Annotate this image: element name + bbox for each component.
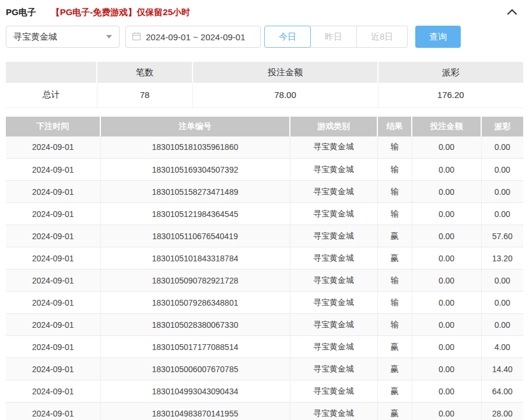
table-row: 2024-09-011830105028380067330寻宝黄金城输0.000… bbox=[6, 314, 523, 336]
game-type-cell: 寻宝黄金城 bbox=[290, 402, 377, 420]
filter-bar: 寻宝黄金城 2024-09-01 ~ 2024-09-01 今日 昨日 近8日 … bbox=[6, 26, 523, 48]
collapse-panel-button[interactable] bbox=[505, 5, 520, 20]
payout-cell: 0.00 bbox=[481, 270, 523, 292]
order-id-cell: 1830105121984364545 bbox=[100, 203, 290, 225]
table-row: 2024-09-011830105090782921728寻宝黄金城输0.000… bbox=[6, 270, 523, 292]
result-cell: 输 bbox=[377, 314, 412, 336]
bet-time-cell: 2024-09-01 bbox=[6, 270, 100, 292]
bet-time-cell: 2024-09-01 bbox=[6, 203, 100, 225]
payout-cell: 0.00 bbox=[481, 292, 523, 314]
bet-table-header-row: 下注时间 注单编号 游戏类别 结果 投注金额 派彩 bbox=[6, 117, 523, 136]
result-cell: 赢 bbox=[377, 402, 412, 420]
payout-cell: 14.40 bbox=[481, 358, 523, 380]
order-id-cell: 1830105017177088514 bbox=[100, 336, 290, 358]
summary-total-bet-amount: 78.00 bbox=[192, 83, 378, 107]
result-cell: 赢 bbox=[377, 247, 412, 270]
summary-table: 笔数 投注金额 派彩 总计 78 78.00 176.20 bbox=[6, 62, 523, 108]
bet-time-cell: 2024-09-01 bbox=[6, 136, 100, 159]
header-bet-time: 下注时间 bbox=[6, 117, 100, 136]
bet-amount-cell: 0.00 bbox=[412, 336, 481, 358]
payout-cell: 0.00 bbox=[481, 136, 523, 159]
today-button[interactable]: 今日 bbox=[264, 26, 311, 48]
game-type-cell: 寻宝黄金城 bbox=[290, 181, 377, 203]
order-id-cell: 1830104983870141955 bbox=[100, 402, 290, 420]
result-cell: 输 bbox=[377, 159, 412, 181]
header-result: 结果 bbox=[377, 117, 412, 136]
game-type-cell: 寻宝黄金城 bbox=[290, 203, 377, 225]
bet-amount-cell: 0.00 bbox=[412, 380, 481, 402]
table-row: 2024-09-011830105079286348801寻宝黄金城输0.000… bbox=[6, 292, 523, 314]
table-row: 2024-09-011830105158273471489寻宝黄金城输0.000… bbox=[6, 181, 523, 203]
payout-cell: 28.00 bbox=[481, 402, 523, 420]
bet-table-body: 2024-09-011830105181035961860寻宝黄金城输0.000… bbox=[6, 136, 523, 420]
summary-header-payout: 派彩 bbox=[378, 62, 523, 83]
bet-amount-cell: 0.00 bbox=[412, 181, 481, 203]
date-range-input[interactable]: 2024-09-01 ~ 2024-09-01 bbox=[125, 26, 261, 48]
summary-header-bet-amount: 投注金额 bbox=[192, 62, 378, 83]
summary-total-label: 总计 bbox=[6, 83, 97, 107]
result-cell: 赢 bbox=[377, 225, 412, 247]
bet-time-cell: 2024-09-01 bbox=[6, 159, 100, 181]
payout-cell: 13.20 bbox=[481, 247, 523, 270]
bet-records-table: 下注时间 注单编号 游戏类别 结果 投注金额 派彩 2024-09-011830… bbox=[6, 117, 523, 420]
order-id-cell: 1830105158273471489 bbox=[100, 181, 290, 203]
summary-total-payout: 176.20 bbox=[378, 83, 523, 107]
table-row: 2024-09-011830104993043090434寻宝黄金城赢0.006… bbox=[6, 380, 523, 402]
order-id-cell: 1830105028380067330 bbox=[100, 314, 290, 336]
table-row: 2024-09-011830105181035961860寻宝黄金城输0.000… bbox=[6, 136, 523, 159]
result-cell: 输 bbox=[377, 203, 412, 225]
bet-amount-cell: 0.00 bbox=[412, 358, 481, 380]
table-row: 2024-09-011830105169304507392寻宝黄金城输0.000… bbox=[6, 159, 523, 181]
payout-cell: 0.00 bbox=[481, 159, 523, 181]
order-id-cell: 1830105079286348801 bbox=[100, 292, 290, 314]
bet-amount-cell: 0.00 bbox=[412, 270, 481, 292]
yesterday-button[interactable]: 昨日 bbox=[310, 26, 357, 48]
search-button[interactable]: 查询 bbox=[415, 26, 461, 48]
table-row: 2024-09-011830105017177088514寻宝黄金城赢0.004… bbox=[6, 336, 523, 358]
game-type-cell: 寻宝黄金城 bbox=[290, 247, 377, 270]
result-cell: 赢 bbox=[377, 358, 412, 380]
bet-amount-cell: 0.00 bbox=[412, 292, 481, 314]
bet-records-panel: PG电子 【PG电子-免费游戏】仅保留25小时 寻宝黄金城 2024-09-01… bbox=[0, 0, 529, 420]
bet-amount-cell: 0.00 bbox=[412, 203, 481, 225]
header-game-type: 游戏类别 bbox=[290, 117, 377, 136]
bet-amount-cell: 0.00 bbox=[412, 136, 481, 159]
panel-header: PG电子 【PG电子-免费游戏】仅保留25小时 bbox=[6, 0, 523, 18]
table-row: 2024-09-011830104983870141955寻宝黄金城赢0.002… bbox=[6, 402, 523, 420]
bet-time-cell: 2024-09-01 bbox=[6, 358, 100, 380]
order-id-cell: 1830105101843318784 bbox=[100, 247, 290, 270]
game-type-cell: 寻宝黄金城 bbox=[290, 159, 377, 181]
bet-amount-cell: 0.00 bbox=[412, 225, 481, 247]
last-8-days-button[interactable]: 近8日 bbox=[356, 26, 408, 48]
table-row: 2024-09-011830105006007670785寻宝黄金城赢0.001… bbox=[6, 358, 523, 380]
bet-time-cell: 2024-09-01 bbox=[6, 336, 100, 358]
result-cell: 输 bbox=[377, 181, 412, 203]
payout-cell: 4.00 bbox=[481, 336, 523, 358]
game-type-cell: 寻宝黄金城 bbox=[290, 358, 377, 380]
result-cell: 输 bbox=[377, 292, 412, 314]
summary-total-count: 78 bbox=[97, 83, 192, 107]
game-select-value: 寻宝黄金城 bbox=[13, 32, 106, 43]
order-id-cell: 1830105110676540419 bbox=[100, 225, 290, 247]
header-bet-amount: 投注金额 bbox=[412, 117, 481, 136]
payout-cell: 57.60 bbox=[481, 225, 523, 247]
game-select[interactable]: 寻宝黄金城 bbox=[6, 26, 120, 48]
payout-cell: 0.00 bbox=[481, 314, 523, 336]
result-cell: 输 bbox=[377, 270, 412, 292]
summary-header-count: 笔数 bbox=[97, 62, 192, 83]
payout-cell: 0.00 bbox=[481, 181, 523, 203]
bet-amount-cell: 0.00 bbox=[412, 314, 481, 336]
order-id-cell: 1830105090782921728 bbox=[100, 270, 290, 292]
game-type-cell: 寻宝黄金城 bbox=[290, 136, 377, 159]
header-payout: 派彩 bbox=[481, 117, 523, 136]
date-quick-filters: 今日 昨日 近8日 bbox=[264, 26, 408, 48]
summary-header-empty bbox=[6, 62, 97, 83]
order-id-cell: 1830105181035961860 bbox=[100, 136, 290, 159]
retention-notice: 【PG电子-免费游戏】仅保留25小时 bbox=[51, 7, 190, 18]
provider-title: PG电子 bbox=[6, 7, 36, 18]
bet-time-cell: 2024-09-01 bbox=[6, 314, 100, 336]
summary-total-row: 总计 78 78.00 176.20 bbox=[6, 83, 523, 107]
result-cell: 输 bbox=[377, 136, 412, 159]
game-type-cell: 寻宝黄金城 bbox=[290, 225, 377, 247]
game-type-cell: 寻宝黄金城 bbox=[290, 292, 377, 314]
